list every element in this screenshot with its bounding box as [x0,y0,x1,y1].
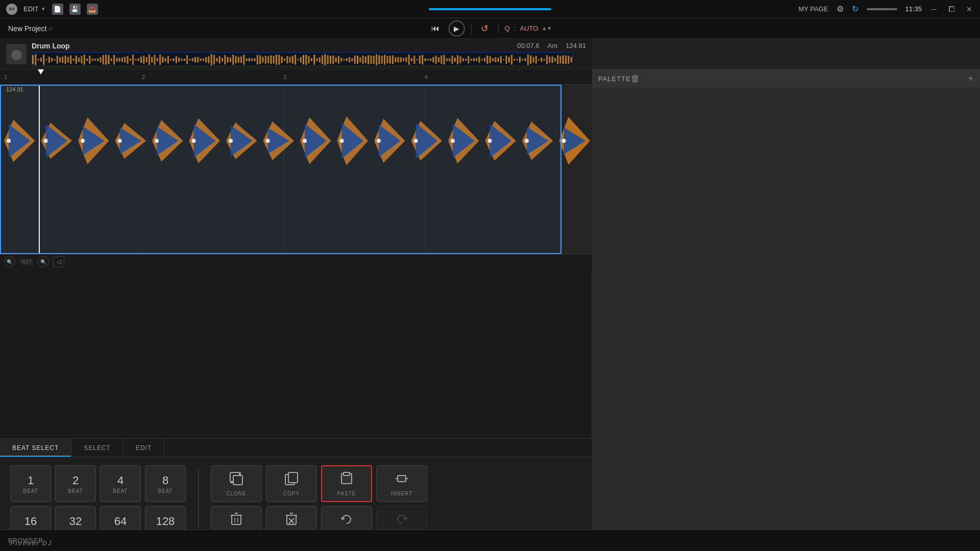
edit-row-1: CLONECOPYPASTEINSERT [211,465,427,502]
tempo-display: 124.91 [4,86,26,93]
svg-rect-33 [121,57,123,62]
svg-rect-56 [184,58,185,61]
svg-rect-126 [373,56,375,64]
collapse-button[interactable]: ◁ [53,256,64,267]
svg-rect-57 [186,55,188,64]
sync-icon: ↻ [852,4,859,14]
svg-rect-75 [235,56,237,63]
svg-rect-0 [32,55,34,64]
tab-edit[interactable]: EDIT [124,439,164,457]
paste-icon [339,471,354,489]
title-bar-left: DJ EDIT ▼ 📄 💾 📤 [6,4,98,15]
svg-rect-171 [495,57,496,62]
svg-rect-149 [435,56,437,64]
loop-button[interactable]: ↺ [478,21,492,36]
track-meta-row: Drum Loop 00:07.6 Am 124.91 [32,42,586,50]
svg-rect-259 [232,515,241,524]
svg-point-226 [303,139,307,143]
tab-beat-select[interactable]: BEAT SELECT [0,439,71,457]
svg-rect-199 [571,57,572,62]
vinyl-icon: ⬤ [11,48,22,60]
skip-back-button[interactable]: ⏮ [428,21,443,36]
auto-label: AUTO [520,24,538,32]
svg-rect-167 [484,58,485,61]
export-icon[interactable]: 📤 [87,4,98,15]
zoom-out-button[interactable]: 🔍 [4,256,15,267]
app-logo: DJ [6,4,17,15]
svg-rect-37 [132,54,134,64]
svg-rect-151 [440,55,442,64]
svg-rect-50 [167,56,169,63]
edit-btn-clone[interactable]: CLONE [211,465,262,502]
svg-rect-181 [522,59,523,60]
svg-rect-70 [222,58,223,61]
svg-rect-135 [398,57,399,62]
svg-rect-137 [403,58,404,61]
palette-add-icon[interactable]: + [968,73,974,84]
zoom-in-button[interactable]: 🔍 [38,256,49,267]
svg-rect-3 [40,58,42,62]
beat-btn-1[interactable]: 1BEAT [10,465,51,502]
svg-rect-20 [86,58,88,61]
svg-rect-170 [492,58,494,61]
svg-rect-264 [287,515,296,524]
svg-rect-84 [259,55,261,64]
ruler-mark-1: 1 [4,74,7,80]
svg-rect-156 [454,57,456,61]
svg-rect-31 [116,58,117,62]
svg-rect-103 [311,58,312,61]
edit-btn-insert[interactable]: INSERT [376,465,427,502]
svg-rect-130 [384,55,385,64]
svg-rect-107 [322,55,323,64]
svg-rect-64 [205,57,207,62]
ruler-mark-2: 2 [142,74,145,80]
close-button[interactable]: ✕ [965,5,974,13]
play-button[interactable]: ▶ [449,20,465,37]
svg-rect-69 [219,56,220,63]
rst-label[interactable]: RST [19,259,34,265]
svg-rect-41 [143,56,144,64]
svg-rect-47 [159,54,161,64]
svg-rect-253 [288,472,298,483]
project-name[interactable]: New Project ◇ [8,24,53,33]
svg-rect-80 [249,58,250,61]
palette-delete-icon[interactable]: 🗑 [631,73,641,84]
my-page-label[interactable]: MY PAGE [798,5,828,13]
svg-rect-164 [476,58,477,61]
tab-bar: BEAT SELECT SELECT EDIT [0,439,592,457]
svg-rect-7 [51,58,53,61]
svg-rect-172 [498,58,499,62]
q-auto-control[interactable]: Q : AUTO ▲▼ [505,24,552,32]
svg-rect-127 [376,54,377,65]
track-header: ⬤ Drum Loop 00:07.6 Am 124.91 [0,39,592,69]
volume-slider[interactable] [867,8,897,10]
edit-btn-copy[interactable]: COPY [266,465,317,502]
svg-rect-62 [200,58,202,61]
svg-rect-159 [462,58,464,61]
restore-button[interactable]: ⧠ [946,5,957,13]
beat-btn-4[interactable]: 4BEAT [100,465,141,502]
settings-icon[interactable]: ⚙ [837,4,844,14]
svg-rect-177 [511,55,512,64]
svg-rect-92 [281,56,283,63]
tab-select[interactable]: SELECT [71,439,124,457]
svg-rect-43 [149,54,150,65]
svg-rect-182 [525,58,526,61]
minimize-button[interactable]: ─ [930,5,938,13]
svg-rect-68 [216,58,217,61]
clone-icon [229,471,243,489]
svg-rect-142 [416,59,418,60]
q-separator: : [514,24,516,32]
svg-rect-4 [43,54,44,64]
new-file-icon[interactable]: 📄 [52,4,63,15]
svg-rect-139 [408,55,410,65]
svg-rect-1 [35,54,36,65]
beat-btn-8[interactable]: 8BEAT [145,465,186,502]
beat-btn-2[interactable]: 2BEAT [55,465,96,502]
svg-rect-74 [232,55,234,65]
edit-menu[interactable]: EDIT ▼ [23,5,46,13]
edit-btn-paste[interactable]: PASTE [321,465,372,502]
save-icon[interactable]: 💾 [69,4,81,15]
svg-rect-30 [113,55,115,64]
svg-point-241 [488,139,492,143]
